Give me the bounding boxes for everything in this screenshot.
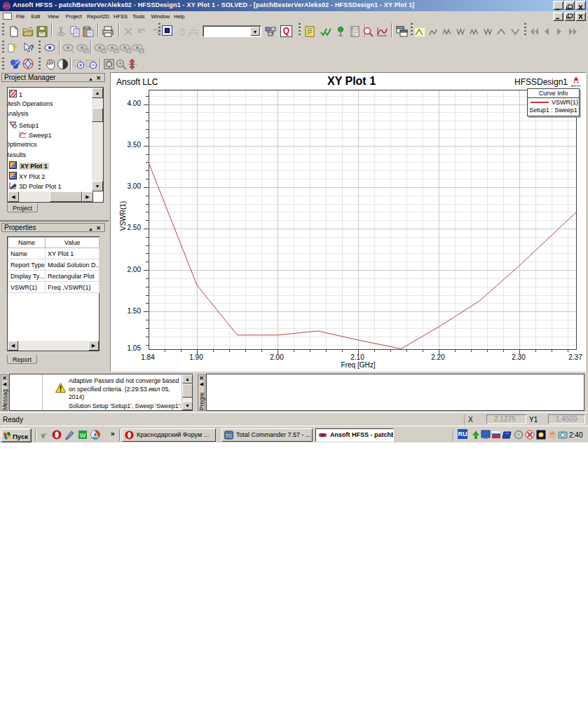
svg-text:?: ?	[12, 43, 18, 53]
svg-text:TC: TC	[226, 433, 233, 439]
svg-text:e: e	[41, 430, 46, 440]
svg-text:W: W	[80, 432, 86, 439]
svg-text:?: ?	[29, 43, 34, 52]
